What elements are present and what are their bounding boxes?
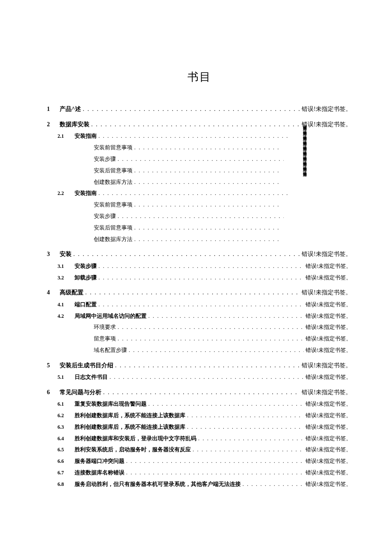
toc-leader — [133, 200, 281, 209]
toc-entry: 创建数据库方法 — [47, 234, 352, 245]
toc-leader — [108, 373, 306, 382]
toc-entry: 6.8 服务启动胜利，但只有服务器本机可登录系统，其他客户端无法连接 错误!未指… — [47, 479, 352, 490]
toc-entry: 5 安装后生成书目介绍 错误!未指定书签。 — [47, 360, 352, 372]
toc-leader — [185, 423, 306, 432]
toc-leader — [147, 312, 306, 321]
toc-entry: 3.1 安装步骤 错误!未指定书签。 — [47, 261, 352, 272]
toc-pageref: 错误!未指定书签。 — [306, 400, 352, 409]
toc-pageref: 错误!未指定书签。 — [306, 423, 352, 432]
toc-leader — [133, 166, 281, 175]
toc-label: 环境要求 — [94, 323, 116, 332]
toc-num: 6 — [47, 388, 60, 397]
toc-pageref: 错误!未指定书签。 — [306, 445, 352, 454]
toc-label: 安装步骤 — [75, 262, 97, 271]
toc-pageref: 错误!未指定书签。 — [306, 411, 352, 420]
toc-label: 安装前留意事项 — [94, 143, 133, 152]
toc-num: 2.2 — [58, 189, 75, 198]
toc-num: 5.1 — [58, 373, 75, 381]
toc-num: 4.2 — [58, 312, 75, 320]
page-title: 书目 — [47, 68, 352, 86]
toc-label: 端口配置 — [75, 300, 97, 309]
toc-pageref: 错误!未指定书签。 — [302, 120, 352, 129]
document-page: 书目 错误!未指定书签。错误!未指定书签。错误!未指定书签。错误!未指定书签。错… — [0, 0, 392, 555]
toc-entry: 6.1 重复安装数据库出现告警问题 错误!未指定书签。 — [47, 398, 352, 410]
toc-pageref: 错误!未指定书签。 — [306, 273, 352, 282]
toc-pageref: 错误!未指定书签。 — [306, 434, 352, 443]
toc-num: 6.7 — [58, 469, 75, 477]
toc-num: 2.1 — [58, 132, 75, 140]
toc-num: 1 — [47, 105, 60, 114]
toc-leader — [124, 468, 306, 477]
toc-pageref: 错误!未指定书签。 — [306, 373, 352, 382]
toc-label: 胜利创建数据库和安装后，登录出现中文字符乱码 — [75, 434, 196, 443]
toc-pageref: 错误!未指定书签。 — [302, 105, 352, 114]
toc-entry: 1 产品^述 错误!未指定书签。 — [47, 103, 352, 115]
toc-leader — [133, 224, 281, 232]
toc-leader — [191, 445, 306, 454]
toc-label: 安装步骤 — [94, 155, 116, 164]
toc-leader — [185, 411, 306, 420]
toc-leader — [97, 300, 306, 309]
toc-label: 安装指南 — [75, 132, 97, 141]
toc-entry: 3 安装 错误!未指定书签。 — [47, 248, 352, 260]
toc-num: 4.1 — [58, 301, 75, 309]
toc-label: 安装后生成书目介绍 — [60, 361, 113, 370]
toc-pageref: 错误!未指定书签。 — [302, 250, 352, 259]
toc-pageref: 错误!未指定书签。 — [306, 312, 352, 321]
toc-entry: 3.2 卸载步骤 错误!未指定书签。 — [47, 272, 352, 284]
toc-leader — [113, 361, 302, 370]
toc-leader — [241, 480, 306, 489]
toc-leader — [89, 120, 302, 129]
toc-pageref: 错误!未指定书签。 — [306, 457, 352, 466]
toc-pageref: 错误!未指定书签。 — [306, 262, 352, 271]
toc-label: 安装指南 — [75, 189, 97, 198]
toc-label: 安装后留意事项 — [94, 224, 133, 232]
toc-entry: 6.5 胜利安装系统后，启动服务时，服务器没有反应 错误!未指定书签。 — [47, 444, 352, 456]
toc-num: 6.8 — [58, 480, 75, 488]
toc-label: 服务启动胜利，但只有服务器本机可登录系统，其他客户端无法连接 — [75, 480, 241, 489]
toc-leader — [127, 346, 306, 355]
toc-leader — [81, 105, 302, 114]
toc-pageref: 错误!未指定书签。 — [302, 361, 352, 370]
toc-num: 6.5 — [58, 446, 75, 454]
toc-label: 重复安装数据库出现告警问题 — [75, 400, 147, 409]
toc-leader — [147, 400, 306, 409]
toc-entry: 6.4 胜利创建数据库和安装后，登录出现中文字符乱码 错误!未指定书签。 — [47, 433, 352, 445]
toc-entry: 域名配置步骤 错误!未指定书签。 — [47, 345, 352, 356]
toc-leader — [84, 288, 302, 297]
toc-pageref: 错误!未指定书签。 — [302, 288, 352, 297]
toc-entry: 环境要求 错误!未指定书签。 — [47, 322, 352, 333]
toc-entry: 4.2 局域网中运用域名访问的配置 错误!未指定书签。 — [47, 311, 352, 322]
toc-entry: 安装步骤 — [47, 211, 352, 222]
toc-label: 常见问题与分析 — [60, 388, 101, 397]
toc-pageref: 错误!未指定书签。 — [306, 480, 352, 489]
toc-leader — [116, 212, 285, 221]
toc-entry: 安装后留意事项 — [47, 222, 352, 234]
toc-label: 高级配置 — [60, 288, 84, 297]
toc-pageref: 错误!未指定书签。 — [306, 346, 352, 355]
toc-num: 2 — [47, 120, 60, 129]
toc-label: 安装后留意事项 — [94, 166, 133, 175]
toc-leader — [116, 155, 285, 164]
toc-pageref: 错误!未指定书签。 — [302, 388, 352, 397]
toc-entry: 6 常见问题与分析 错误!未指定书签。 — [47, 386, 352, 398]
toc-pageref: 错误!未指定书签。 — [306, 323, 352, 332]
toc-leader — [97, 262, 306, 271]
toc-num: 3.2 — [58, 274, 75, 282]
toc-num: 6.4 — [58, 435, 75, 443]
toc-label: 连接数据库名称错误 — [75, 468, 124, 477]
toc-leader — [116, 323, 306, 332]
toc-leader — [116, 334, 306, 343]
toc-leader — [97, 132, 292, 141]
vertical-error-text: 错误!未指定书签。错误!未指定书签。错误!未指定书签。错误!未指定书签。错误!未… — [303, 122, 307, 207]
toc-label: 胜利创建数据库后，系统不能连接上该数据库 — [75, 411, 185, 420]
toc-entry: 6.7 连接数据库名称错误 错误!未指定书签。 — [47, 467, 352, 479]
toc-entry: 6.3 胜利创建数据库后，系统不能连接上该数据库 错误!未指定书签。 — [47, 421, 352, 433]
toc-entry: 4.1 端口配置 错误!未指定书签。 — [47, 299, 352, 311]
toc-num: 3.1 — [58, 262, 75, 270]
toc-pageref: 错误!未指定书签。 — [306, 468, 352, 477]
toc-leader — [124, 457, 306, 466]
toc-leader — [97, 189, 292, 198]
toc-entry: 留意事项 错误!未指定书签。 — [47, 333, 352, 345]
toc-label: 胜利创建数据库后，系统不能连接上该数据库 — [75, 423, 185, 432]
